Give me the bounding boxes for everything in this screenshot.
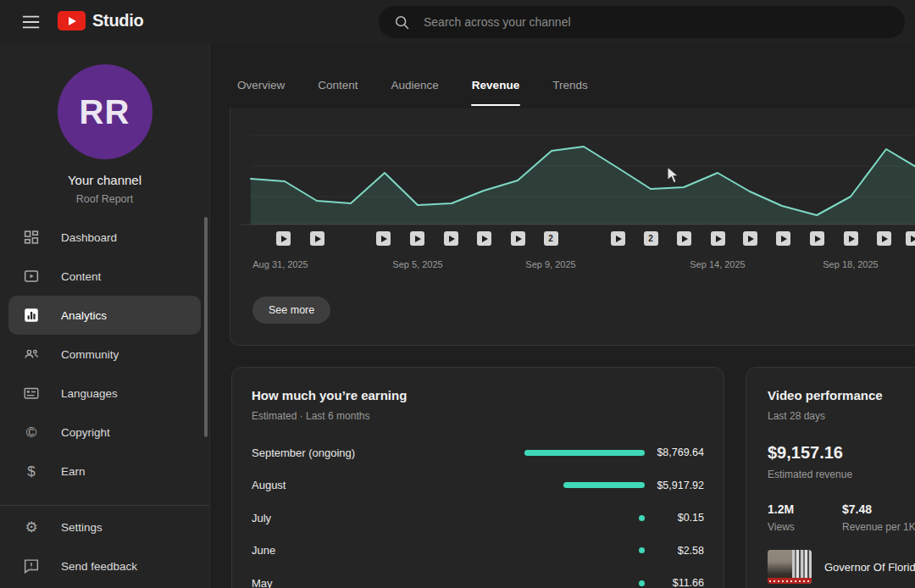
earnings-subtitle: Estimated · Last 6 months: [252, 410, 704, 422]
video-title: Governor Of Florida: [824, 561, 915, 574]
content-icon: [22, 267, 41, 286]
avatar-initials: RR: [80, 93, 130, 131]
copyright-icon: ©: [22, 423, 41, 441]
video-marker[interactable]: [444, 231, 458, 246]
see-more-button[interactable]: See more: [252, 297, 330, 324]
month-label: June: [252, 544, 484, 557]
video-marker[interactable]: [310, 231, 324, 246]
youtube-play-icon: [58, 11, 86, 31]
video-marker[interactable]: [677, 231, 691, 246]
sidebar-item-languages[interactable]: Languages: [0, 374, 209, 413]
channel-header: RR Your channel Roof Report: [0, 64, 209, 205]
video-marker[interactable]: [906, 231, 915, 246]
performance-stats: 1.2MViews$7.48Revenue per 1K views: [768, 502, 915, 533]
settings-icon: ⚙: [22, 518, 41, 536]
video-marker[interactable]: [511, 231, 525, 246]
month-value: $5,917.92: [645, 480, 704, 491]
sidebar-scrollbar[interactable]: [204, 217, 208, 437]
marker-count: 2: [548, 234, 553, 243]
video-marker-badge[interactable]: 2: [544, 231, 558, 246]
sidebar-footer-nav: ⚙SettingsSend feedback: [0, 508, 209, 585]
video-marker[interactable]: [376, 231, 391, 246]
play-icon: [716, 236, 722, 242]
sidebar-item-label: Settings: [61, 521, 103, 534]
earnings-dot: [639, 515, 645, 521]
sidebar-nav: DashboardContentAnalyticsCommunityLangua…: [0, 218, 209, 491]
sidebar-item-label: Content: [61, 270, 101, 283]
video-marker[interactable]: [276, 231, 291, 246]
video-marker-badge[interactable]: 2: [644, 231, 658, 246]
month-value: $11.66: [645, 577, 704, 588]
month-bar-area: [484, 580, 645, 586]
earnings-row-june: June$2.58: [252, 541, 704, 560]
sidebar-item-earn[interactable]: $Earn: [0, 452, 209, 491]
video-marker[interactable]: [810, 231, 824, 246]
analytics-icon: [22, 306, 41, 325]
search-input[interactable]: [422, 14, 905, 30]
sidebar-item-label: Dashboard: [61, 231, 117, 244]
tab-audience[interactable]: Audience: [391, 44, 439, 106]
play-icon: [815, 236, 821, 242]
month-value: $2.58: [645, 545, 704, 557]
play-icon: [748, 236, 754, 242]
main-content: OverviewContentAudienceRevenueTrends 22 …: [210, 44, 915, 588]
estimated-revenue-value: $9,157.16: [768, 443, 915, 463]
sidebar-item-send-feedback[interactable]: Send feedback: [0, 546, 209, 585]
play-icon: [781, 236, 787, 242]
earnings-title: How much you’re earning: [252, 388, 704, 402]
earn-icon: $: [22, 462, 41, 480]
earnings-dot: [639, 580, 645, 586]
month-bar-area: [484, 547, 645, 553]
dashboard-icon: [22, 228, 41, 247]
video-marker[interactable]: [776, 231, 790, 246]
sidebar-item-content[interactable]: Content: [0, 257, 209, 296]
search-bar[interactable]: [379, 6, 905, 38]
play-icon: [415, 236, 421, 242]
logo-text: Studio: [92, 11, 143, 31]
earnings-row-may: May$11.66: [252, 574, 704, 588]
sidebar: RR Your channel Roof Report DashboardCon…: [0, 44, 210, 588]
stat-value: 1.2M: [768, 502, 842, 516]
video-performance-card: Video performance Last 28 days $9,157.16…: [746, 367, 915, 588]
month-value: $8,769.64: [645, 447, 704, 458]
estimated-revenue-label: Estimated revenue: [768, 469, 915, 480]
month-label: May: [252, 577, 484, 588]
play-icon: [911, 236, 915, 242]
menu-button[interactable]: [20, 12, 42, 32]
date-tick: Sep 18, 2025: [812, 259, 889, 269]
sidebar-item-label: Earn: [61, 465, 86, 478]
month-label: July: [252, 512, 484, 524]
video-marker[interactable]: [743, 231, 757, 246]
youtube-studio-logo[interactable]: Studio: [58, 11, 143, 31]
sidebar-item-label: Copyright: [61, 426, 110, 439]
stat-views: 1.2MViews: [768, 502, 842, 533]
news-banner: [768, 578, 812, 584]
month-bar-area: [484, 450, 645, 456]
stat-revenue-per-1k-views: $7.48Revenue per 1K views: [842, 502, 915, 533]
sidebar-item-community[interactable]: Community: [0, 335, 209, 374]
tab-trends[interactable]: Trends: [552, 44, 588, 106]
tab-content[interactable]: Content: [318, 44, 358, 106]
sidebar-item-label: Analytics: [61, 309, 107, 322]
earnings-row-september-ongoing: September (ongoing)$8,769.64: [252, 443, 704, 462]
sidebar-item-analytics[interactable]: Analytics: [8, 296, 201, 335]
channel-label: Your channel: [0, 173, 209, 187]
sidebar-item-settings[interactable]: ⚙Settings: [0, 508, 209, 546]
tab-overview[interactable]: Overview: [237, 44, 285, 106]
video-marker[interactable]: [477, 231, 491, 246]
channel-avatar[interactable]: RR: [58, 64, 152, 159]
video-marker[interactable]: [711, 231, 725, 246]
video-marker[interactable]: [410, 231, 424, 246]
sidebar-item-copyright[interactable]: ©Copyright: [0, 413, 209, 452]
video-marker[interactable]: [844, 231, 858, 246]
analytics-tabbar: OverviewContentAudienceRevenueTrends: [210, 44, 915, 106]
top-video-row[interactable]: Governor Of Florida: [768, 550, 915, 584]
youtube-studio-app: Studio RR Your channel Roof Report Dashb…: [0, 0, 915, 588]
video-marker[interactable]: [611, 231, 625, 246]
sidebar-item-dashboard[interactable]: Dashboard: [0, 218, 209, 257]
video-marker[interactable]: [877, 231, 891, 246]
tab-revenue[interactable]: Revenue: [472, 44, 519, 106]
earnings-row-july: July$0.15: [252, 508, 704, 527]
community-icon: [22, 345, 41, 363]
date-tick: Sep 9, 2025: [513, 259, 589, 269]
